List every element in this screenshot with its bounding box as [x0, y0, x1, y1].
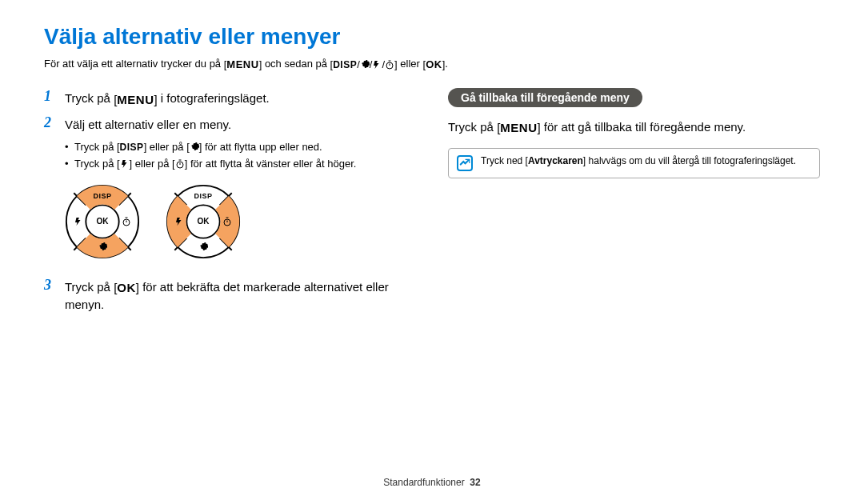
note-icon	[457, 155, 473, 171]
disp-button-label: DISP	[117, 139, 146, 156]
back-heading-pill: Gå tillbaka till föregående meny	[448, 88, 642, 107]
flash-icon	[72, 184, 85, 259]
intro-end: .	[445, 58, 448, 70]
flash-button-label	[117, 156, 132, 173]
flash-icon	[173, 184, 186, 259]
left-column: 1 Tryck på MENU i fotograferingsläget. 2…	[44, 88, 416, 319]
timer-icon	[120, 184, 133, 259]
intro-tail: eller	[400, 58, 422, 70]
step-number: 3	[44, 277, 55, 294]
step1-post: i fotograferingsläget.	[161, 91, 270, 105]
back-instruction: Tryck på MENU för att gå tillbaka till f…	[448, 118, 820, 137]
flash-icon	[372, 60, 382, 70]
page-number: 32	[470, 477, 480, 488]
flower-icon	[360, 60, 370, 70]
flower-icon	[190, 142, 199, 152]
intro-line: För att välja ett alternativ trycker du …	[44, 58, 820, 70]
dial-vertical: DISP OK	[65, 184, 140, 259]
timer-icon	[385, 60, 394, 70]
page-footer: Standardfunktioner 32	[0, 477, 864, 488]
menu-button-label: MENU	[114, 91, 158, 108]
flower-button-label	[186, 139, 202, 156]
step-1: 1 Tryck på MENU i fotograferingsläget.	[44, 88, 416, 108]
timer-icon	[175, 159, 185, 169]
ok-button-label: OK	[423, 58, 446, 70]
menu-button-label: MENU	[224, 58, 262, 70]
intro-mid: och sedan på	[265, 58, 330, 70]
dial-illustrations: DISP OK	[65, 184, 416, 259]
note-text: Tryck ned [Avtryckaren] halvvägs om du v…	[481, 155, 796, 166]
timer-button-label	[172, 156, 187, 173]
step-3: 3 Tryck på OK för att bekräfta det marke…	[44, 277, 416, 314]
intro-pre: För att välja ett alternativ trycker du …	[44, 58, 224, 70]
footer-label: Standardfunktioner	[383, 477, 464, 488]
dial-horizontal: DISP OK	[166, 184, 241, 259]
shutter-label: Avtryckaren	[528, 155, 583, 166]
flash-icon	[120, 159, 130, 169]
sub-item-vertical: Tryck på DISP eller på för att flytta up…	[65, 139, 416, 156]
note-box: Tryck ned [Avtryckaren] halvvägs om du v…	[448, 148, 820, 178]
step1-pre: Tryck på	[65, 91, 114, 105]
right-column: Gå tillbaka till föregående meny Tryck p…	[448, 88, 820, 319]
step3-pre: Tryck på	[65, 280, 114, 294]
step2-text: Välj ett alternativ eller en meny.	[65, 114, 231, 133]
page-title: Välja alternativ eller menyer	[44, 24, 820, 50]
step-number: 2	[44, 114, 55, 131]
timer-icon	[221, 184, 234, 259]
step-2: 2 Välj ett alternativ eller en meny.	[44, 114, 416, 133]
sub-item-horizontal: Tryck på eller på för att flytta åt väns…	[65, 156, 416, 173]
step2-sublist: Tryck på DISP eller på för att flytta up…	[65, 139, 416, 173]
menu-button-label: MENU	[497, 119, 541, 138]
step-number: 1	[44, 88, 55, 105]
ok-button-label: OK	[114, 279, 139, 296]
disp-nav-label: DISP///	[330, 58, 398, 70]
